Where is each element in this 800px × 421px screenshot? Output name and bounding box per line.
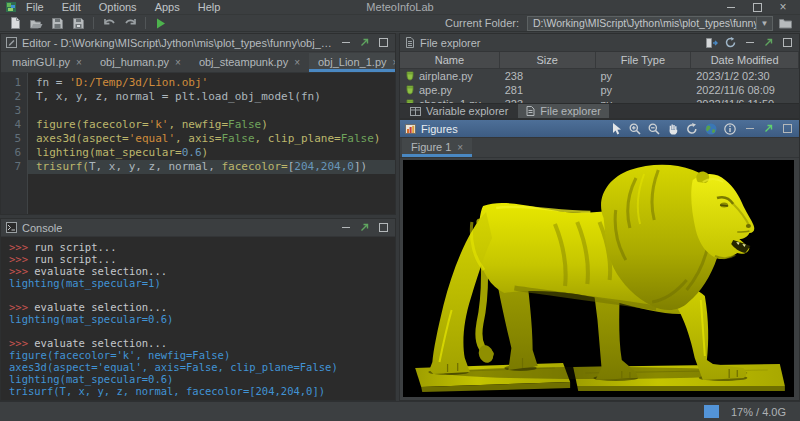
variable-explorer-icon	[410, 107, 421, 116]
menu-edit[interactable]: Edit	[54, 1, 89, 13]
editor-maximize-icon[interactable]	[376, 36, 390, 49]
file-explorer-panel-title: File explorer	[420, 37, 481, 49]
run-script-button[interactable]	[152, 16, 170, 31]
new-file-button[interactable]	[6, 16, 24, 31]
file-row[interactable]: ape.py281py2022/11/6 08:09	[400, 83, 799, 97]
editor-title-bar: Editor - D:\Working\MIScript\Jython\mis\…	[1, 34, 395, 52]
pan-hand-icon[interactable]	[667, 123, 679, 135]
console-maximize-icon[interactable]	[376, 221, 390, 234]
tab-obj-steampunk-py[interactable]: obj_steampunk.py×	[190, 53, 309, 72]
figures-icon	[405, 124, 416, 134]
tab-file-explorer[interactable]: File explorer	[518, 104, 609, 118]
console-blank-line	[9, 325, 395, 337]
console-prompt-line: >>> evaluate selection...	[9, 301, 395, 313]
menu-options[interactable]: Options	[91, 1, 145, 13]
close-tab-icon[interactable]: ×	[294, 57, 300, 68]
close-tab-icon[interactable]: ×	[175, 57, 181, 68]
save-as-button[interactable]	[69, 16, 87, 31]
line-number: 2	[1, 90, 28, 104]
tab-obj-human-py[interactable]: obj_human.py×	[91, 53, 190, 72]
current-folder-select[interactable]: D:\Working\MIScript\Jython\mis\plot_type…	[527, 16, 773, 31]
figures-title-bar: Figures	[400, 120, 799, 138]
file-explorer-title-bar: File explorer	[400, 34, 799, 52]
window-minimize-icon[interactable]	[720, 1, 742, 14]
line-number: 5	[1, 132, 28, 146]
code-text: trisurf(T, x, y, z, normal, facecolor=[2…	[28, 160, 395, 174]
console-echo-line: axes3d(aspect='equal', axis=False, clip_…	[9, 361, 395, 373]
figures-minimize-icon[interactable]	[743, 122, 757, 135]
main-area: Editor - D:\Working\MIScript\Jython\mis\…	[0, 33, 800, 401]
select-cursor-icon[interactable]	[612, 123, 622, 135]
code-lines: 1fn = 'D:/Temp/3d/Lion.obj'2T, x, y, z, …	[1, 73, 395, 174]
zoom-out-icon[interactable]	[648, 123, 660, 135]
redo-button[interactable]	[121, 16, 139, 31]
figures-float-icon[interactable]	[764, 124, 773, 133]
line-number: 1	[1, 76, 28, 90]
column-header-size[interactable]: Size	[500, 52, 596, 68]
line-number: 7	[1, 160, 28, 174]
file-name: ape.py	[400, 84, 500, 96]
code-text: lighting(mat_specular=0.6)	[28, 146, 395, 160]
file-explorer-tab-icon	[526, 106, 535, 116]
code-text	[28, 104, 395, 118]
menu-file[interactable]: File	[18, 1, 52, 13]
file-type: py	[596, 70, 692, 82]
file-size: 281	[500, 84, 596, 96]
tab-figure-1[interactable]: Figure 1×	[402, 138, 472, 157]
editor-float-icon[interactable]	[360, 38, 369, 47]
console-prompt-line: >>>	[9, 397, 395, 400]
window-maximize-icon[interactable]	[746, 1, 768, 14]
editor-icon	[6, 37, 17, 48]
tab-obj-lion-1-py[interactable]: obj_Lion_1.py×	[309, 53, 396, 72]
file-name: airplane.py	[400, 70, 500, 82]
chevron-down-icon[interactable]: ▼	[756, 17, 772, 30]
code-text: fn = 'D:/Temp/3d/Lion.obj'	[28, 76, 395, 90]
figure-canvas[interactable]	[403, 160, 794, 397]
right-column: File explorer Name Size File Type Date M…	[399, 33, 800, 401]
file-row[interactable]: airplane.py238py2023/1/2 02:30	[400, 69, 799, 83]
code-editor[interactable]: 1fn = 'D:/Temp/3d/Lion.obj'2T, x, y, z, …	[1, 73, 395, 214]
close-tab-icon[interactable]: ×	[457, 142, 463, 153]
console-title-bar: Console	[1, 219, 395, 237]
info-icon[interactable]	[724, 123, 736, 135]
file-explorer-maximize-icon[interactable]	[780, 36, 794, 49]
save-button[interactable]	[48, 16, 66, 31]
file-type: py	[596, 84, 692, 96]
undo-button[interactable]	[100, 16, 118, 31]
console-float-icon[interactable]	[360, 223, 369, 232]
column-header-date-modified[interactable]: Date Modified	[691, 52, 799, 68]
menu-help[interactable]: Help	[190, 1, 229, 13]
console-output[interactable]: >>> run script...>>> run script...>>> ev…	[1, 237, 395, 400]
menu-apps[interactable]: Apps	[147, 1, 188, 13]
open-folder-icon	[30, 18, 43, 29]
window-close-icon[interactable]: ×	[772, 1, 794, 14]
zoom-in-icon[interactable]	[629, 123, 641, 135]
console-panel-title: Console	[22, 222, 62, 234]
file-explorer-minimize-icon[interactable]	[743, 36, 757, 49]
refresh-icon[interactable]	[725, 37, 736, 48]
file-explorer-float-icon[interactable]	[764, 38, 773, 47]
file-size: 238	[500, 70, 596, 82]
editor-minimize-icon[interactable]	[339, 36, 353, 49]
rotate-icon[interactable]	[686, 123, 698, 135]
file-date-modified: 2023/1/2 02:30	[691, 70, 799, 82]
tab-variable-explorer[interactable]: Variable explorer	[402, 104, 516, 118]
new-file-icon	[10, 17, 21, 29]
code-line: 6lighting(mat_specular=0.6)	[1, 146, 395, 160]
browse-folder-button[interactable]	[776, 16, 794, 31]
tab-maingui-py[interactable]: mainGUI.py×	[3, 53, 91, 72]
column-header-name[interactable]: Name	[400, 52, 500, 68]
close-tab-icon[interactable]: ×	[76, 57, 82, 68]
console-echo-line: lighting(mat_specular=0.6)	[9, 373, 395, 385]
globe-icon[interactable]	[705, 123, 717, 135]
open-folder-button[interactable]	[27, 16, 45, 31]
console-echo-line: lighting(mat_specular=1)	[9, 277, 395, 289]
figures-maximize-icon[interactable]	[780, 122, 794, 135]
memory-progress-indicator	[704, 405, 719, 418]
console-echo-line: trisurf(T, x, y, z, normal, facecolor=[2…	[9, 385, 395, 397]
console-prompt-line: >>> evaluate selection...	[9, 337, 395, 349]
collapse-folder-icon[interactable]	[706, 38, 718, 48]
meteoinfolab-window: MeteoInfoLab File Edit Options Apps Help…	[0, 0, 800, 421]
column-header-file-type[interactable]: File Type	[596, 52, 692, 68]
console-minimize-icon[interactable]	[339, 221, 353, 234]
